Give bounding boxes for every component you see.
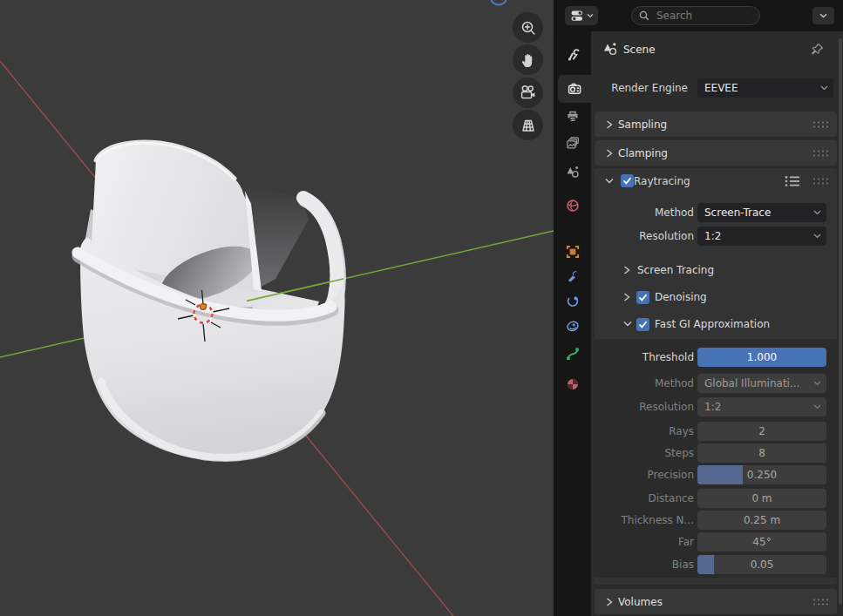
thickness-slider: 0.25 m — [697, 511, 826, 530]
drag-grip-icon[interactable] — [812, 120, 830, 128]
properties-editor-icon — [570, 9, 585, 24]
output-properties-icon — [566, 110, 580, 124]
chevron-down-icon — [587, 13, 594, 18]
presets-list-icon[interactable] — [785, 175, 800, 187]
camera-view-button[interactable] — [513, 78, 543, 108]
chevron-right-icon — [606, 149, 613, 158]
chevron-down-icon — [605, 178, 614, 185]
rt-method-label: Method — [599, 203, 694, 223]
tab-object-data-properties[interactable] — [556, 340, 589, 368]
chevron-down-icon — [813, 234, 821, 239]
scrollbar[interactable] — [839, 38, 842, 605]
object-properties-icon — [566, 245, 580, 259]
subsection-denoising[interactable]: Denoising — [595, 288, 837, 307]
curve-data-icon — [566, 347, 580, 361]
far-label: Far — [599, 532, 694, 552]
drag-grip-icon[interactable] — [812, 598, 830, 606]
tab-world-properties[interactable] — [556, 192, 589, 220]
tab-scene-properties[interactable] — [556, 158, 589, 186]
3d-viewport[interactable] — [0, 0, 554, 616]
particles-icon — [566, 294, 580, 308]
tool-icon — [566, 47, 581, 62]
tab-material-properties[interactable] — [556, 370, 589, 398]
chevron-right-icon — [606, 120, 613, 129]
render-properties-icon — [568, 82, 582, 97]
precision-label: Precision — [599, 465, 694, 485]
viewport-scene — [0, 0, 554, 616]
white-clip-object — [78, 142, 345, 461]
drag-grip-icon[interactable] — [812, 149, 830, 157]
render-engine-label: Render Engine — [593, 78, 688, 98]
editor-type-button[interactable] — [565, 6, 598, 25]
properties-tab-column — [554, 31, 591, 616]
search-input[interactable] — [655, 9, 745, 23]
object-origin-dot — [201, 304, 207, 310]
tab-tool[interactable] — [556, 40, 589, 68]
gi-method-label: Method — [599, 374, 694, 394]
tab-output-properties[interactable] — [556, 103, 589, 131]
section-raytracing: Raytracing Method Screen-Trace Resolutio… — [595, 168, 837, 585]
chevron-right-icon — [623, 266, 630, 274]
thickness-label: Thickness N... — [599, 511, 694, 531]
chevron-down-icon — [623, 321, 632, 328]
physics-icon — [566, 319, 580, 333]
far-slider: 45° — [697, 532, 826, 552]
drag-grip-icon[interactable] — [812, 177, 830, 185]
breadcrumb: Scene — [623, 44, 656, 56]
rays-label: Rays — [599, 422, 694, 442]
check-icon — [638, 293, 648, 302]
tab-view-layer-properties[interactable] — [556, 129, 589, 157]
fast-gi-checkbox[interactable] — [636, 318, 649, 331]
properties-content: Scene Render Engine EEVEE Sampling Clamp… — [591, 31, 843, 616]
zoom-icon — [520, 19, 537, 37]
section-clamping[interactable]: Clamping — [595, 140, 837, 166]
tab-particle-properties[interactable] — [556, 287, 589, 315]
chevron-right-icon — [606, 598, 613, 606]
chevron-down-icon — [813, 381, 821, 386]
search-field[interactable] — [631, 6, 760, 25]
subsection-screen-tracing[interactable]: Screen Tracing — [595, 261, 837, 280]
grid-toggle-button[interactable] — [513, 110, 543, 140]
raytracing-header[interactable]: Raytracing — [595, 168, 837, 193]
search-icon — [639, 10, 649, 21]
modifier-wrench-icon — [566, 269, 580, 283]
check-icon — [638, 320, 648, 329]
render-engine-dropdown[interactable]: EEVEE — [697, 78, 833, 98]
pin-icon[interactable] — [810, 42, 825, 57]
threshold-label: Threshold — [599, 348, 694, 368]
threshold-slider[interactable]: 1.000 — [697, 348, 826, 367]
zoom-button[interactable] — [513, 12, 543, 43]
bias-slider: 0.05 — [697, 555, 826, 574]
properties-editor: Scene Render Engine EEVEE Sampling Clamp… — [554, 0, 843, 616]
rt-method-dropdown[interactable]: Screen-Trace — [697, 203, 826, 222]
rt-resolution-dropdown[interactable]: 1:2 — [697, 227, 826, 246]
steps-slider: 8 — [697, 443, 826, 463]
header-menu-button[interactable] — [812, 7, 834, 24]
steps-label: Steps — [599, 443, 694, 464]
rays-slider: 2 — [697, 422, 826, 441]
raytracing-checkbox[interactable] — [621, 174, 634, 187]
chevron-right-icon — [623, 293, 630, 301]
chevron-down-icon — [820, 85, 828, 91]
distance-label: Distance — [599, 489, 694, 509]
world-properties-icon — [566, 199, 580, 213]
section-sampling[interactable]: Sampling — [595, 112, 837, 137]
tab-physics-properties[interactable] — [556, 312, 589, 340]
material-icon — [566, 377, 580, 391]
denoising-checkbox[interactable] — [636, 291, 649, 304]
render-engine-value: EEVEE — [704, 82, 738, 94]
gi-method-dropdown: Global Illuminati... — [697, 374, 826, 393]
precision-slider: 0.250 — [697, 465, 826, 484]
subsection-fast-gi[interactable]: Fast GI Approximation — [595, 315, 837, 334]
tab-render-properties[interactable] — [558, 75, 591, 103]
section-volumes[interactable]: Volumes — [595, 589, 837, 614]
pan-button[interactable] — [513, 44, 543, 75]
scene-breadcrumb-icon — [602, 41, 618, 57]
blender-window: { "viewport": { "nav_buttons": ["zoom-ic… — [0, 0, 843, 616]
gi-resolution-dropdown: 1:2 — [697, 397, 826, 416]
navigation-gizmo-icon[interactable] — [491, 0, 507, 5]
bias-label: Bias — [599, 555, 694, 575]
view-layer-properties-icon — [566, 136, 580, 150]
chevron-down-icon — [813, 404, 821, 410]
chevron-down-icon — [819, 13, 827, 18]
